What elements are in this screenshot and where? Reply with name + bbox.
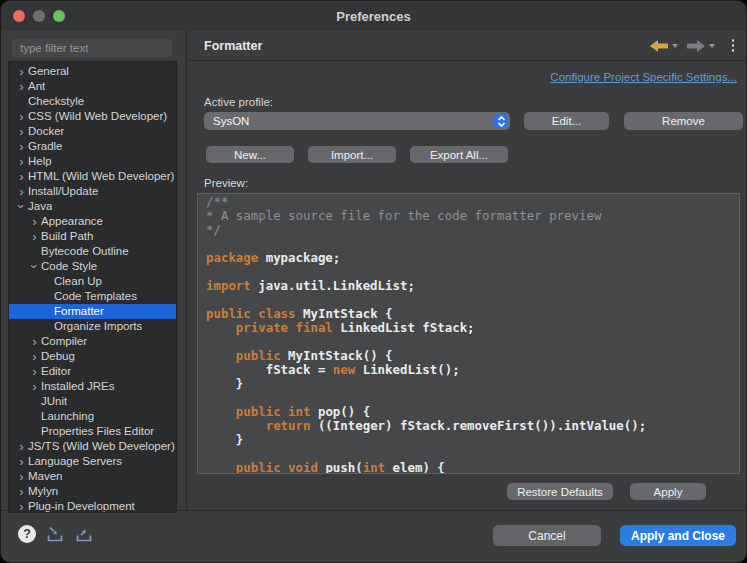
tree-item-label: Install/Update	[28, 184, 98, 199]
tree-item-junit[interactable]: JUnit	[9, 394, 176, 409]
bottom-bar: ? Cancel Apply and Close	[1, 510, 746, 562]
tree-item-formatter[interactable]: Formatter	[9, 304, 176, 319]
tree-item-compiler[interactable]: ›Compiler	[9, 334, 176, 349]
tree-item-launching[interactable]: Launching	[9, 409, 176, 424]
tree-item-html-wild-web-developer[interactable]: ›HTML (Wild Web Developer)	[9, 169, 176, 184]
preview-code: /*** A sample source file for the code f…	[197, 193, 740, 474]
chevron-right-icon[interactable]: ›	[15, 110, 28, 123]
tree-item-debug[interactable]: ›Debug	[9, 349, 176, 364]
chevron-right-icon[interactable]: ›	[28, 350, 41, 363]
chevron-right-icon[interactable]: ›	[15, 155, 28, 168]
chevron-right-icon[interactable]: ›	[15, 470, 28, 483]
active-profile-select[interactable]: SysON	[204, 112, 510, 130]
tree-item-label: Code Templates	[54, 289, 137, 304]
code-line	[206, 447, 739, 461]
active-profile-label: Active profile:	[204, 96, 273, 108]
chevron-right-icon[interactable]: ›	[15, 485, 28, 498]
view-menu-icon[interactable]	[728, 37, 739, 54]
code-line: public void push(int elem) {	[206, 461, 739, 474]
tree-item-build-path[interactable]: ›Build Path	[9, 229, 176, 244]
code-line: public MyIntStack() {	[206, 349, 739, 363]
chevron-right-icon[interactable]: ›	[15, 125, 28, 138]
code-line: public int pop() {	[206, 405, 739, 419]
tree-item-code-style[interactable]: ›Code Style	[9, 259, 176, 274]
tree-item-label: Language Servers	[28, 454, 122, 469]
forward-arrow-icon[interactable]	[687, 40, 705, 52]
tree-item-code-templates[interactable]: Code Templates	[9, 289, 176, 304]
tree-item-clean-up[interactable]: Clean Up	[9, 274, 176, 289]
tree-item-bytecode-outline[interactable]: Bytecode Outline	[9, 244, 176, 259]
code-line: }	[206, 433, 739, 447]
apply-button[interactable]: Apply	[630, 483, 706, 500]
tree-item-label: Properties Files Editor	[41, 424, 154, 439]
tree-item-mylyn[interactable]: ›Mylyn	[9, 484, 176, 499]
tree-item-install-update[interactable]: ›Install/Update	[9, 184, 176, 199]
chevron-right-icon[interactable]: ›	[15, 170, 28, 183]
cancel-button[interactable]: Cancel	[493, 525, 601, 546]
tree-item-help[interactable]: ›Help	[9, 154, 176, 169]
filter-input[interactable]	[11, 38, 173, 58]
window-title: Preferences	[1, 9, 746, 24]
tree-item-label: Organize Imports	[54, 319, 142, 334]
chevron-right-icon[interactable]: ›	[28, 380, 41, 393]
tree-item-properties-files-editor[interactable]: Properties Files Editor	[9, 424, 176, 439]
chevron-right-icon[interactable]: ›	[15, 80, 28, 93]
tree-item-general[interactable]: ›General	[9, 64, 176, 79]
chevron-right-icon[interactable]: ›	[15, 185, 28, 198]
minimize-button[interactable]	[33, 10, 45, 22]
restore-defaults-button[interactable]: Restore Defaults	[507, 483, 613, 500]
tree-item-label: Launching	[41, 409, 94, 424]
remove-button[interactable]: Remove	[624, 112, 743, 130]
tree-item-label: Maven	[28, 469, 63, 484]
edit-button[interactable]: Edit...	[524, 112, 609, 130]
chevron-right-icon[interactable]: ›	[28, 365, 41, 378]
tree-item-installed-jres[interactable]: ›Installed JREs	[9, 379, 176, 394]
export-all-button[interactable]: Export All...	[410, 146, 508, 163]
apply-row: Restore Defaults Apply	[507, 483, 706, 500]
back-history-caret-icon[interactable]	[672, 44, 678, 48]
tree-item-label: General	[28, 64, 69, 79]
tree-item-language-servers[interactable]: ›Language Servers	[9, 454, 176, 469]
code-line	[206, 335, 739, 349]
chevron-right-icon[interactable]: ›	[15, 65, 28, 78]
chevron-right-icon[interactable]: ›	[15, 440, 28, 453]
tree-item-checkstyle[interactable]: Checkstyle	[9, 94, 176, 109]
new-button[interactable]: New...	[206, 146, 294, 163]
tree-item-label: Build Path	[41, 229, 93, 244]
tree-item-gradle[interactable]: ›Gradle	[9, 139, 176, 154]
import-preferences-icon[interactable]	[45, 526, 65, 543]
tree-item-maven[interactable]: ›Maven	[9, 469, 176, 484]
tree-item-docker[interactable]: ›Docker	[9, 124, 176, 139]
export-preferences-icon[interactable]	[74, 526, 94, 543]
chevron-right-icon[interactable]: ›	[15, 455, 28, 468]
tree-item-java[interactable]: ›Java	[9, 199, 176, 214]
code-line: import java.util.LinkedList;	[206, 279, 739, 293]
code-line: * A sample source file for the code form…	[206, 209, 739, 223]
forward-history-caret-icon[interactable]	[709, 44, 715, 48]
chevron-down-icon[interactable]: ›	[15, 200, 28, 213]
tree-item-organize-imports[interactable]: Organize Imports	[9, 319, 176, 334]
zoom-button[interactable]	[53, 10, 65, 22]
tree-item-label: Bytecode Outline	[41, 244, 129, 259]
import-button[interactable]: Import...	[308, 146, 396, 163]
chevron-right-icon[interactable]: ›	[28, 335, 41, 348]
code-line	[206, 293, 739, 307]
tree-item-editor[interactable]: ›Editor	[9, 364, 176, 379]
help-icon[interactable]: ?	[18, 525, 36, 543]
tree-item-label: Mylyn	[28, 484, 58, 499]
chevron-down-icon[interactable]: ›	[28, 260, 41, 273]
tree-item-appearance[interactable]: ›Appearance	[9, 214, 176, 229]
tree-item-js-ts-wild-web-developer[interactable]: ›JS/TS (Wild Web Developer)	[9, 439, 176, 454]
chevron-right-icon[interactable]: ›	[28, 230, 41, 243]
back-arrow-icon[interactable]	[650, 40, 668, 52]
apply-and-close-button[interactable]: Apply and Close	[620, 525, 736, 546]
tree-item-css-wild-web-developer[interactable]: ›CSS (Wild Web Developer)	[9, 109, 176, 124]
page-title: Formatter	[204, 39, 650, 53]
tree-item-label: CSS (Wild Web Developer)	[28, 109, 167, 124]
chevron-right-icon[interactable]: ›	[28, 215, 41, 228]
configure-project-settings-link[interactable]: Configure Project Specific Settings...	[550, 71, 737, 83]
chevron-right-icon[interactable]: ›	[15, 140, 28, 153]
tree-item-label: Code Style	[41, 259, 97, 274]
close-button[interactable]	[13, 10, 25, 22]
tree-item-ant[interactable]: ›Ant	[9, 79, 176, 94]
